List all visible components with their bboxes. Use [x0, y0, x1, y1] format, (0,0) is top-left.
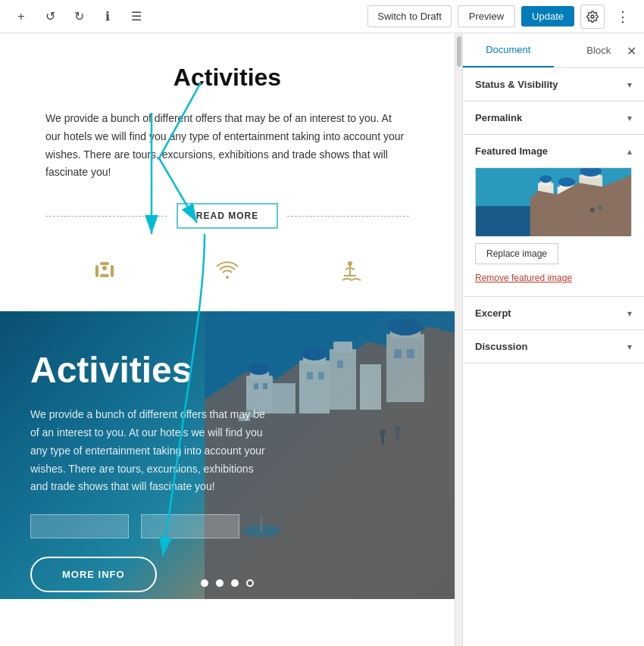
section-permalink: Permalink ▾ [463, 101, 644, 135]
close-sidebar-button[interactable]: ✕ [627, 43, 636, 58]
carousel-dots [201, 579, 254, 587]
editor-canvas: Activities We provide a bunch of differe… [0, 33, 455, 646]
svg-point-5 [102, 266, 107, 270]
chevron-down-icon: ▾ [627, 80, 632, 90]
replace-image-button[interactable]: Replace image [475, 243, 558, 264]
svg-point-6 [226, 276, 229, 279]
info-button[interactable]: ℹ [95, 5, 120, 29]
section-discussion-title: Discussion [475, 341, 527, 352]
section-featured-image-header[interactable]: Featured Image ▴ [463, 135, 644, 167]
toolbar-right: Switch to Draft Preview Update ⋮ [367, 5, 635, 29]
section-discussion: Discussion ▾ [463, 330, 644, 364]
pool-icon [92, 259, 117, 289]
svg-rect-2 [100, 262, 109, 265]
section-excerpt: Excerpt ▾ [463, 297, 644, 330]
carousel-dot-3[interactable] [231, 579, 239, 587]
hero-content: Activities We provide a bunch of differe… [0, 311, 295, 599]
svg-rect-3 [100, 274, 109, 277]
section-permalink-title: Permalink [475, 112, 522, 123]
svg-point-49 [539, 175, 552, 183]
svg-point-0 [591, 15, 594, 18]
section-status-visibility: Status & Visibility ▾ [463, 68, 644, 101]
wifi-icon [215, 259, 239, 289]
svg-point-57 [590, 208, 595, 212]
carousel-dot-2[interactable] [216, 579, 224, 587]
preview-button[interactable]: Preview [458, 5, 515, 27]
update-button[interactable]: Update [521, 6, 574, 27]
hero-section: Activities We provide a bunch of differe… [0, 311, 455, 599]
svg-rect-1 [95, 265, 98, 277]
section-excerpt-header[interactable]: Excerpt ▾ [463, 297, 644, 329]
more-options-button[interactable]: ⋮ [611, 5, 635, 29]
svg-rect-4 [111, 265, 114, 277]
activity-icons-row [45, 251, 409, 289]
svg-point-52 [558, 177, 576, 186]
hero-title: Activities [30, 349, 265, 391]
section-permalink-header[interactable]: Permalink ▾ [463, 101, 644, 134]
hero-input-2[interactable] [141, 514, 239, 538]
main-area: Activities We provide a bunch of differe… [0, 33, 644, 646]
section-status-visibility-title: Status & Visibility [475, 79, 558, 90]
chevron-down-icon-discussion: ▾ [627, 342, 632, 352]
section-featured-image: Featured Image ▴ [463, 135, 644, 297]
remove-featured-image-link[interactable]: Remove featured image [475, 273, 572, 283]
section-featured-image-title: Featured Image [475, 145, 548, 157]
editor-content: Activities We provide a bunch of differe… [0, 33, 455, 646]
section-excerpt-title: Excerpt [475, 307, 511, 319]
editor-body-paragraph[interactable]: We provide a bunch of different offers t… [45, 110, 409, 182]
dashed-line-right [287, 216, 409, 217]
featured-image-body: Replace image Remove featured image [463, 167, 644, 296]
section-discussion-header[interactable]: Discussion ▾ [463, 330, 644, 363]
undo-button[interactable]: ↺ [38, 5, 62, 29]
read-more-section: READ MORE [45, 203, 409, 229]
chevron-down-icon-permalink: ▾ [627, 113, 632, 123]
page-title[interactable]: Activities [45, 64, 409, 92]
sidebar: Document Block ✕ Status & Visibility ▾ P… [462, 33, 644, 646]
dashed-line-left [45, 216, 167, 217]
redo-button[interactable]: ↻ [67, 5, 91, 29]
chevron-up-icon: ▴ [627, 146, 632, 157]
tab-document[interactable]: Document [463, 33, 554, 67]
carousel-dot-4[interactable] [246, 579, 254, 587]
read-more-button[interactable]: READ MORE [177, 203, 278, 229]
section-status-visibility-header[interactable]: Status & Visibility ▾ [463, 68, 644, 101]
featured-image-thumbnail[interactable] [475, 167, 632, 236]
add-block-button[interactable]: + [9, 5, 33, 29]
chevron-down-icon-excerpt: ▾ [627, 308, 632, 319]
scrollbar-thumb[interactable] [457, 36, 461, 67]
list-view-button[interactable]: ☰ [124, 5, 148, 29]
svg-point-58 [598, 205, 602, 210]
toolbar: + ↺ ↻ ℹ ☰ Switch to Draft Preview Update… [0, 0, 644, 33]
editor-scrollbar[interactable] [455, 33, 462, 646]
editor-top-section: Activities We provide a bunch of differe… [0, 33, 455, 311]
switch-to-draft-button[interactable]: Switch to Draft [367, 5, 452, 27]
carousel-dot-1[interactable] [201, 579, 208, 587]
more-info-button[interactable]: MORE INFO [30, 557, 157, 592]
beach-icon [338, 259, 362, 289]
settings-button[interactable] [580, 5, 605, 29]
svg-point-7 [348, 261, 352, 266]
hero-input-1[interactable] [30, 514, 129, 538]
hero-input-row [30, 514, 265, 538]
sidebar-tabs: Document Block ✕ [463, 33, 644, 68]
toolbar-left: + ↺ ↻ ℹ ☰ [9, 5, 148, 29]
hero-body-text: We provide a bunch of different offers t… [30, 406, 265, 496]
